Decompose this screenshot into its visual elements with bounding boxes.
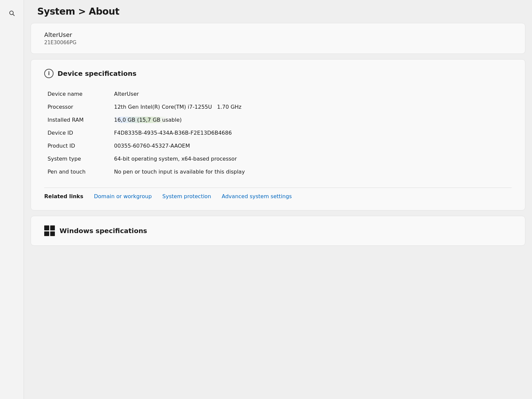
- related-links-label: Related links: [44, 193, 83, 200]
- spec-value-product-id: 00355-60760-45327-AAOEM: [114, 143, 190, 149]
- spec-row-system-type: System type 64-bit operating system, x64…: [48, 152, 508, 165]
- link-advanced-system-settings[interactable]: Advanced system settings: [222, 193, 292, 200]
- spec-value-system-type: 64-bit operating system, x64-based proce…: [114, 156, 237, 162]
- user-card: AlterUser 21E30066PG: [31, 23, 525, 54]
- win-tile-3: [44, 231, 49, 236]
- device-specs-title: Device specifications: [58, 69, 136, 77]
- spec-row-device-id: Device ID F4D8335B-4935-434A-B36B-F2E13D…: [48, 126, 508, 139]
- spec-row-product-id: Product ID 00355-60760-45327-AAOEM: [48, 139, 508, 152]
- spec-label-system-type: System type: [48, 156, 114, 162]
- spec-label-pen-touch: Pen and touch: [48, 169, 114, 175]
- device-specs-card: i Device specifications Device name Alte…: [31, 59, 525, 210]
- link-system-protection[interactable]: System protection: [162, 193, 211, 200]
- page-wrapper: System > About AlterUser 21E30066PG i De…: [0, 0, 532, 399]
- spec-value-processor: 12th Gen Intel(R) Core(TM) i7-1255U 1.70…: [114, 104, 241, 110]
- related-links-row: Related links Domain or workgroup System…: [44, 188, 512, 200]
- win-tile-4: [50, 231, 55, 236]
- spec-value-device-id: F4D8335B-4935-434A-B36B-F2E13D6B4686: [114, 130, 232, 136]
- device-specs-header: i Device specifications: [44, 69, 512, 78]
- spec-row-processor: Processor 12th Gen Intel(R) Core(TM) i7-…: [48, 100, 508, 113]
- username: AlterUser: [44, 31, 512, 38]
- windows-icon: [44, 225, 55, 236]
- breadcrumb-text: System > About: [37, 6, 119, 17]
- breadcrumb: System > About: [24, 0, 532, 23]
- search-button[interactable]: [5, 7, 19, 20]
- spec-label-processor: Processor: [48, 104, 114, 110]
- spec-label-device-name: Device name: [48, 91, 114, 97]
- svg-line-1: [13, 14, 14, 16]
- spec-row-ram: Installed RAM 16,0 GB (15,7 GB usable): [48, 113, 508, 126]
- spec-label-ram: Installed RAM: [48, 117, 114, 123]
- spec-value-pen-touch: No pen or touch input is available for t…: [114, 169, 245, 175]
- specs-table: Device name AlterUser Processor 12th Gen…: [44, 87, 512, 178]
- main-content: System > About AlterUser 21E30066PG i De…: [24, 0, 532, 399]
- spec-label-product-id: Product ID: [48, 143, 114, 149]
- spec-row-pen-touch: Pen and touch No pen or touch input is a…: [48, 165, 508, 178]
- sidebar: [0, 0, 24, 399]
- spec-row-device-name: Device name AlterUser: [48, 87, 508, 100]
- windows-specs-header: Windows specifications: [44, 225, 512, 236]
- windows-specs-title: Windows specifications: [60, 227, 147, 235]
- windows-specs-card: Windows specifications: [31, 216, 525, 246]
- spec-value-ram: 16,0 GB (15,7 GB usable): [114, 117, 182, 123]
- win-tile-1: [44, 225, 49, 230]
- spec-label-device-id: Device ID: [48, 130, 114, 136]
- win-tile-2: [50, 225, 55, 230]
- info-icon: i: [44, 69, 54, 78]
- link-domain-workgroup[interactable]: Domain or workgroup: [94, 193, 152, 200]
- spec-value-device-name: AlterUser: [114, 91, 139, 97]
- machine-id: 21E30066PG: [44, 40, 512, 46]
